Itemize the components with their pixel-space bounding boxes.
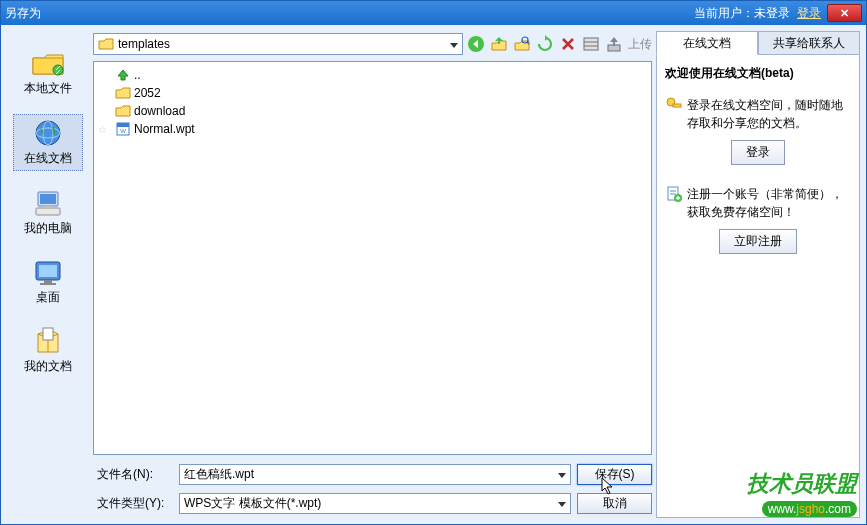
sidebar-item-desktop[interactable]: 桌面 xyxy=(13,254,83,309)
bottom-form: 文件名(N): 红色稿纸.wpt 保存(S) 文件类型(Y): WPS文字 模板… xyxy=(93,459,652,518)
svg-rect-11 xyxy=(40,283,56,285)
main-area: templates 上传 .. xyxy=(93,31,652,518)
sidebar-item-label: 本地文件 xyxy=(24,80,72,97)
sidebar-item-label: 我的电脑 xyxy=(24,220,72,237)
cancel-button[interactable]: 取消 xyxy=(577,493,652,514)
svg-rect-21 xyxy=(117,123,129,127)
path-toolbar: templates 上传 xyxy=(93,31,652,57)
close-button[interactable]: ✕ xyxy=(827,4,862,22)
folder-icon xyxy=(98,37,114,51)
panel-login-button[interactable]: 登录 xyxy=(731,140,785,165)
svg-rect-24 xyxy=(673,104,681,107)
star-icon[interactable]: ☆ xyxy=(98,124,112,135)
svg-point-1 xyxy=(36,121,60,145)
sidebar-item-my-computer[interactable]: 我的电脑 xyxy=(13,185,83,240)
chevron-down-icon xyxy=(558,473,566,478)
svg-rect-9 xyxy=(39,265,57,277)
svg-text:W: W xyxy=(120,128,126,134)
file-row-folder[interactable]: download xyxy=(98,102,647,120)
back-button[interactable] xyxy=(467,35,485,53)
view-button[interactable] xyxy=(582,35,600,53)
svg-rect-10 xyxy=(44,280,52,283)
window-title: 另存为 xyxy=(5,5,694,22)
file-row-up[interactable]: .. xyxy=(98,66,647,84)
info-block-register: 注册一个账号（非常简便），获取免费存储空间！ xyxy=(665,185,851,221)
tab-body: 欢迎使用在线文档(beta) 登录在线文档空间，随时随地存取和分享您的文档。 登… xyxy=(656,55,860,518)
computer-icon xyxy=(30,188,66,218)
file-row-file[interactable]: ☆ W Normal.wpt xyxy=(98,120,647,138)
file-name: 2052 xyxy=(134,86,161,100)
sidebar-item-label: 桌面 xyxy=(36,289,60,306)
filename-label: 文件名(N): xyxy=(93,466,173,483)
svg-rect-5 xyxy=(40,194,56,204)
file-name: Normal.wpt xyxy=(134,122,195,136)
file-row-folder[interactable]: 2052 xyxy=(98,84,647,102)
globe-icon xyxy=(30,118,66,148)
file-name: download xyxy=(134,104,185,118)
register-icon xyxy=(665,185,683,203)
save-button[interactable]: 保存(S) xyxy=(577,464,652,485)
chevron-down-icon xyxy=(450,43,458,48)
panel-heading: 欢迎使用在线文档(beta) xyxy=(665,65,794,82)
path-value: templates xyxy=(118,37,170,51)
upload-button[interactable] xyxy=(605,35,623,53)
svg-rect-12 xyxy=(43,328,53,340)
filename-input[interactable]: 红色稿纸.wpt xyxy=(179,464,571,485)
up-arrow-icon xyxy=(115,68,131,82)
places-sidebar: 本地文件 在线文档 我的电脑 桌面 我的文档 xyxy=(7,31,89,518)
delete-button[interactable] xyxy=(559,35,577,53)
folder-local-icon xyxy=(30,48,66,78)
file-list[interactable]: .. 2052 download ☆ W Normal.wpt xyxy=(93,61,652,455)
folder-icon xyxy=(115,86,131,100)
title-bar: 另存为 当前用户：未登录 登录 ✕ xyxy=(1,1,866,25)
sidebar-item-online-docs[interactable]: 在线文档 xyxy=(13,114,83,171)
key-icon xyxy=(665,96,683,114)
filetype-label: 文件类型(Y): xyxy=(93,495,173,512)
sidebar-item-label: 我的文档 xyxy=(24,358,72,375)
save-as-dialog: 另存为 当前用户：未登录 登录 ✕ 本地文件 在线文档 我的电脑 桌面 xyxy=(0,0,867,525)
panel-register-button[interactable]: 立即注册 xyxy=(719,229,797,254)
svg-rect-6 xyxy=(36,208,60,215)
tab-share-contacts[interactable]: 共享给联系人 xyxy=(758,31,860,55)
desktop-icon xyxy=(30,257,66,287)
sidebar-item-my-documents[interactable]: 我的文档 xyxy=(13,323,83,378)
search-button[interactable] xyxy=(513,35,531,53)
svg-rect-16 xyxy=(584,38,598,50)
upload-label: 上传 xyxy=(628,36,652,53)
documents-icon xyxy=(30,326,66,356)
file-name: .. xyxy=(134,68,141,82)
right-panel: 在线文档 共享给联系人 欢迎使用在线文档(beta) 登录在线文档空间，随时随地… xyxy=(656,31,860,518)
info-block-login: 登录在线文档空间，随时随地存取和分享您的文档。 xyxy=(665,96,851,132)
path-dropdown[interactable]: templates xyxy=(93,33,463,55)
sidebar-item-local-files[interactable]: 本地文件 xyxy=(13,45,83,100)
filetype-input[interactable]: WPS文字 模板文件(*.wpt) xyxy=(179,493,571,514)
chevron-down-icon xyxy=(558,502,566,507)
folder-icon xyxy=(115,104,131,118)
refresh-button[interactable] xyxy=(536,35,554,53)
tab-online-docs[interactable]: 在线文档 xyxy=(656,31,758,55)
login-link[interactable]: 登录 xyxy=(797,6,821,20)
svg-point-0 xyxy=(53,65,63,75)
up-button[interactable] xyxy=(490,35,508,53)
user-status: 当前用户：未登录 登录 xyxy=(694,5,821,22)
tabs: 在线文档 共享给联系人 xyxy=(656,31,860,55)
sidebar-item-label: 在线文档 xyxy=(24,150,72,167)
wpt-file-icon: W xyxy=(115,122,131,136)
svg-rect-7 xyxy=(45,206,51,209)
nav-toolbar: 上传 xyxy=(467,35,652,53)
